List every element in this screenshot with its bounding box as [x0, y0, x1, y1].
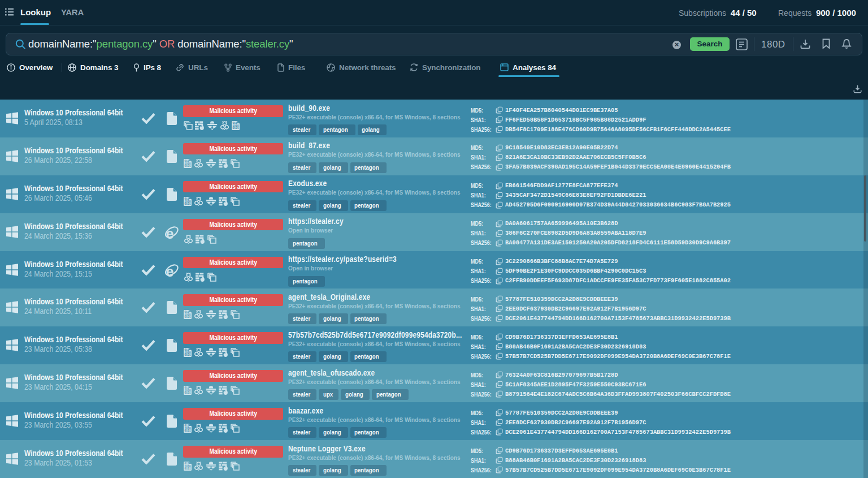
svg-text:0101: 0101 — [185, 165, 191, 167]
svg-text:0101: 0101 — [185, 429, 191, 432]
svg-text:0101: 0101 — [185, 391, 191, 394]
svg-text:0101: 0101 — [185, 316, 191, 319]
svg-text:0101: 0101 — [185, 203, 191, 205]
svg-text:0101: 0101 — [233, 127, 239, 130]
svg-text:0101: 0101 — [185, 354, 191, 357]
svg-text:0101: 0101 — [185, 467, 191, 470]
